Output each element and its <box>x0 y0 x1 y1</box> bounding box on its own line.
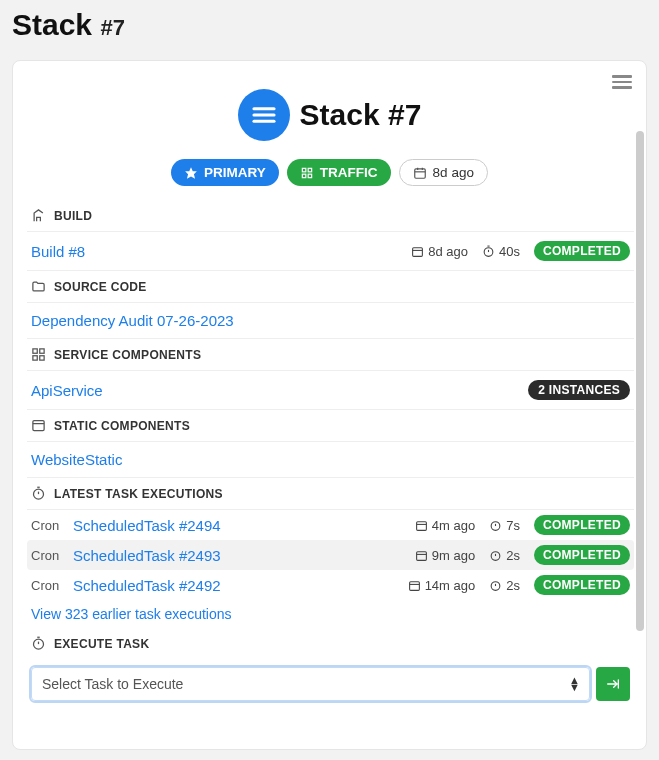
stopwatch-icon <box>489 579 502 592</box>
traffic-badge: TRAFFIC <box>287 159 391 186</box>
page-title-num: #7 <box>100 15 124 40</box>
build-section-label: BUILD <box>54 209 92 223</box>
service-row: ApiService 2 INSTANCES <box>27 371 634 410</box>
stack-title: Stack #7 <box>300 98 422 132</box>
svg-rect-26 <box>416 521 426 530</box>
task-age: 4m ago <box>415 518 475 533</box>
tasks-section-header: LATEST TASK EXECUTIONS <box>27 478 634 510</box>
task-row: Cron ScheduledTask #2493 9m ago 2s COMPL… <box>27 540 634 570</box>
task-link[interactable]: ScheduledTask #2493 <box>73 547 221 564</box>
services-section-label: SERVICE COMPONENTS <box>54 348 201 362</box>
crane-icon <box>31 208 46 223</box>
task-status: COMPLETED <box>534 515 630 535</box>
task-type: Cron <box>31 548 65 563</box>
folder-icon <box>31 279 46 294</box>
calendar-icon <box>408 579 421 592</box>
task-type: Cron <box>31 518 65 533</box>
task-status: COMPLETED <box>534 545 630 565</box>
svg-rect-5 <box>308 168 312 172</box>
svg-rect-20 <box>40 356 44 360</box>
menu-icon[interactable] <box>612 75 632 89</box>
stopwatch-icon <box>489 519 502 532</box>
source-link[interactable]: Dependency Audit 07-26-2023 <box>31 312 234 329</box>
task-row: Cron ScheduledTask #2492 14m ago 2s COMP… <box>27 570 634 600</box>
build-row: Build #8 8d ago 40s COMPLETED <box>27 232 634 271</box>
page-title-text: Stack <box>12 8 100 41</box>
stopwatch-icon <box>482 245 495 258</box>
badge-row: PRIMARY TRAFFIC 8d ago <box>171 159 488 186</box>
build-status: COMPLETED <box>534 241 630 261</box>
svg-rect-12 <box>413 247 423 256</box>
source-section-label: SOURCE CODE <box>54 280 147 294</box>
task-status: COMPLETED <box>534 575 630 595</box>
card-header: Stack #7 PRIMARY TRAFFIC 8d ago <box>13 61 646 200</box>
execute-section-label: EXECUTE TASK <box>54 637 149 651</box>
svg-rect-21 <box>33 421 44 431</box>
calendar-icon <box>411 245 424 258</box>
stopwatch-icon <box>489 549 502 562</box>
stack-logo-icon <box>238 89 290 141</box>
traffic-badge-label: TRAFFIC <box>320 165 378 180</box>
page-title: Stack #7 <box>0 0 659 60</box>
primary-badge: PRIMARY <box>171 159 279 186</box>
svg-rect-7 <box>308 174 312 178</box>
stopwatch-icon <box>31 636 46 651</box>
execute-section-header: EXECUTE TASK <box>27 628 634 659</box>
calendar-icon <box>413 166 427 180</box>
svg-rect-4 <box>302 168 306 172</box>
svg-rect-8 <box>414 168 425 177</box>
execute-button[interactable] <box>596 667 630 701</box>
task-type: Cron <box>31 578 65 593</box>
execute-row: Select Task to Execute ▲▼ <box>27 659 634 709</box>
tasks-section-label: LATEST TASK EXECUTIONS <box>54 487 223 501</box>
static-row: WebsiteStatic <box>27 442 634 478</box>
svg-rect-34 <box>409 581 419 590</box>
task-duration: 2s <box>489 578 520 593</box>
source-row: Dependency Audit 07-26-2023 <box>27 303 634 339</box>
services-section-header: SERVICE COMPONENTS <box>27 339 634 371</box>
build-duration: 40s <box>482 244 520 259</box>
task-duration: 2s <box>489 548 520 563</box>
grid-icon <box>31 347 46 362</box>
star-icon <box>184 166 198 180</box>
svg-rect-30 <box>416 551 426 560</box>
instances-badge: 2 INSTANCES <box>528 380 630 400</box>
build-age: 8d ago <box>411 244 468 259</box>
build-section-header: BUILD <box>27 200 634 232</box>
scrollbar[interactable] <box>636 131 644 691</box>
static-link[interactable]: WebsiteStatic <box>31 451 122 468</box>
svg-marker-3 <box>185 167 197 179</box>
task-link[interactable]: ScheduledTask #2494 <box>73 517 221 534</box>
primary-badge-label: PRIMARY <box>204 165 266 180</box>
static-section-header: STATIC COMPONENTS <box>27 410 634 442</box>
source-section-header: SOURCE CODE <box>27 271 634 303</box>
svg-rect-18 <box>40 349 44 353</box>
view-more-tasks-link[interactable]: View 323 earlier task executions <box>27 600 236 628</box>
age-badge-label: 8d ago <box>433 165 474 180</box>
task-age: 14m ago <box>408 578 476 593</box>
task-row: Cron ScheduledTask #2494 4m ago 7s COMPL… <box>27 510 634 540</box>
calendar-icon <box>415 519 428 532</box>
stopwatch-icon <box>31 486 46 501</box>
svg-rect-6 <box>302 174 306 178</box>
traffic-icon <box>300 166 314 180</box>
arrow-right-icon <box>605 676 621 692</box>
svg-rect-17 <box>33 349 37 353</box>
service-link[interactable]: ApiService <box>31 382 103 399</box>
stack-card: Stack #7 PRIMARY TRAFFIC 8d ago BUILD Bu… <box>12 60 647 750</box>
static-section-label: STATIC COMPONENTS <box>54 419 190 433</box>
task-age: 9m ago <box>415 548 475 563</box>
task-select[interactable]: Select Task to Execute <box>31 667 590 701</box>
age-badge: 8d ago <box>399 159 488 186</box>
task-duration: 7s <box>489 518 520 533</box>
window-icon <box>31 418 46 433</box>
task-link[interactable]: ScheduledTask #2492 <box>73 577 221 594</box>
build-link[interactable]: Build #8 <box>31 243 85 260</box>
calendar-icon <box>415 549 428 562</box>
svg-rect-19 <box>33 356 37 360</box>
